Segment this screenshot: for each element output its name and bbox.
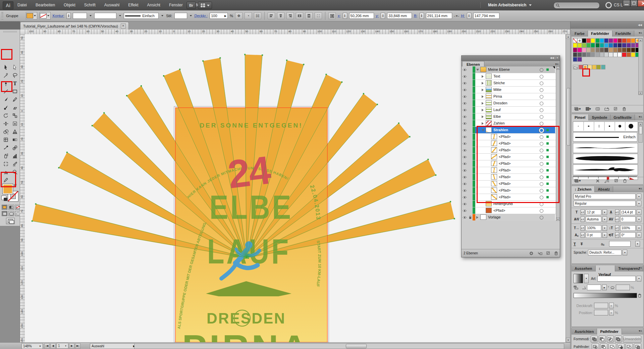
layer-row-vorlage[interactable]: Vorlage — [462, 214, 559, 221]
collapse-panel-icon[interactable]: ◀◀ — [550, 56, 554, 59]
new-color-group-icon[interactable] — [604, 107, 609, 111]
swatch-libraries-icon[interactable]: ▾ — [574, 107, 581, 111]
layer-name[interactable]: Vorlage — [488, 215, 500, 219]
layer-thumbnail[interactable] — [491, 147, 497, 153]
stroke-weight-stepper[interactable]: ▲▼ — [66, 13, 71, 19]
prev-artboard-button[interactable]: ◀ — [50, 343, 56, 349]
visibility-eye-icon[interactable] — [462, 187, 468, 194]
lock-cell[interactable] — [468, 127, 473, 133]
default-fill-stroke-icon[interactable] — [1, 196, 6, 200]
selection-indicator[interactable] — [546, 183, 549, 185]
swatch[interactable] — [586, 38, 591, 43]
selection-indicator[interactable] — [546, 129, 549, 131]
menu-schrift[interactable]: Schrift — [84, 3, 96, 7]
swatch[interactable] — [579, 65, 583, 69]
vertical-scrollbar[interactable]: ▲ ▼ — [566, 34, 570, 342]
layer-name[interactable]: Text — [493, 74, 500, 78]
visibility-eye-icon[interactable] — [462, 73, 468, 80]
visibility-eye-icon[interactable] — [462, 147, 468, 153]
rotate-tool[interactable] — [1, 111, 10, 119]
stroke-weight-field[interactable] — [73, 13, 87, 19]
trash-icon[interactable] — [623, 107, 626, 111]
layer-name[interactable]: Striche — [493, 81, 505, 85]
layer-thumbnail[interactable] — [486, 94, 492, 99]
close-tab-icon[interactable]: ✕ — [121, 23, 126, 29]
gradient-button[interactable] — [8, 205, 14, 210]
draw-normal-button[interactable] — [2, 211, 7, 216]
target-circle-icon[interactable] — [540, 68, 543, 72]
layer-name[interactable]: <Pfad> — [499, 135, 511, 139]
target-circle-icon[interactable] — [540, 102, 543, 105]
rectangle-tool[interactable] — [10, 87, 19, 95]
scroll-thumb[interactable] — [346, 344, 367, 348]
swatch[interactable] — [604, 38, 608, 43]
menu-ansicht[interactable]: Ansicht — [147, 3, 160, 7]
line-segment-tool[interactable] — [1, 87, 10, 95]
chevron-down-icon[interactable]: ▼ — [637, 201, 641, 206]
swatch[interactable] — [627, 38, 631, 43]
menu-objekt[interactable]: Objekt — [64, 3, 75, 7]
menu-datei[interactable]: Datei — [17, 3, 27, 7]
calligraphic-brushes[interactable] — [573, 121, 638, 132]
layer-thumbnail[interactable] — [480, 67, 486, 72]
swatch[interactable] — [627, 52, 631, 57]
layer-row-pfad[interactable]: <Pfad> — [462, 181, 559, 187]
visibility-eye-icon[interactable] — [462, 174, 468, 180]
vertical-scale-field[interactable]: 100% — [620, 225, 636, 231]
lock-cell[interactable] — [468, 187, 473, 194]
new-brush-icon[interactable] — [614, 179, 619, 183]
target-circle-icon[interactable] — [540, 129, 543, 132]
width-field[interactable]: 291,114 mm — [426, 13, 452, 19]
reverse-gradient-icon[interactable] — [574, 286, 578, 290]
selection-indicator[interactable] — [546, 196, 549, 198]
swatch[interactable] — [622, 52, 626, 57]
artboard-tool[interactable] — [1, 160, 10, 168]
scale-tool[interactable] — [10, 111, 19, 119]
swatch[interactable] — [613, 52, 618, 57]
layer-row-dresden[interactable]: Dresden — [462, 100, 559, 107]
swatch[interactable] — [613, 48, 618, 52]
swatch[interactable] — [592, 65, 596, 69]
panel-grip[interactable] — [1, 12, 3, 19]
swatch[interactable] — [582, 43, 586, 48]
layers-scrollbar[interactable]: ▲ ▼ — [556, 66, 560, 221]
horizontal-ruler[interactable]: 1009080706050403020100102030405060708090… — [20, 30, 570, 35]
lock-cell[interactable] — [468, 201, 473, 207]
target-circle-icon[interactable] — [540, 196, 543, 199]
artboard-number-field[interactable]: 1▼ — [56, 343, 68, 349]
disclosure-closed-icon[interactable] — [482, 115, 484, 118]
width-label[interactable]: B: — [414, 14, 417, 18]
swatch[interactable] — [596, 65, 601, 69]
gradient-tool[interactable] — [10, 136, 19, 144]
isolate-icon[interactable]: 回 — [254, 12, 261, 19]
horizontal-scrollbar[interactable] — [134, 343, 564, 349]
tab-pathfinder[interactable]: Pathfinder — [597, 329, 622, 335]
layer-thumbnail[interactable] — [491, 194, 497, 200]
layer-row-content[interactable]: <Pfad> — [475, 160, 555, 167]
menu-fenster[interactable]: Fenster — [169, 3, 183, 7]
zoom-level-dropdown[interactable]: 148%▼ — [21, 343, 43, 349]
target-circle-icon[interactable] — [540, 108, 543, 112]
leading-field[interactable]: (14,4 pt — [620, 209, 636, 215]
color-button[interactable] — [2, 205, 7, 210]
layer-row-pfad[interactable]: <Pfad> — [462, 194, 559, 201]
y-stepper[interactable]: ▲▼ — [381, 13, 385, 19]
layer-row-content[interactable]: <Pfad> — [475, 134, 555, 140]
minus-front-button[interactable] — [599, 336, 606, 343]
kerning-field[interactable]: Automa — [586, 216, 601, 222]
selection-indicator[interactable] — [546, 162, 549, 165]
layer-thumbnail[interactable] — [491, 141, 497, 146]
swatch[interactable] — [622, 48, 626, 52]
swatch[interactable] — [577, 43, 582, 48]
layer-name[interactable]: <Pfad> — [499, 155, 511, 159]
lasso-tool[interactable] — [10, 71, 19, 79]
fill-color-dropdown[interactable] — [26, 12, 37, 19]
swatch-options-icon[interactable] — [596, 107, 600, 111]
brush-options-icon[interactable] — [604, 179, 610, 183]
lock-cell[interactable] — [468, 80, 473, 86]
visibility-eye-icon[interactable] — [462, 127, 468, 133]
lock-cell[interactable] — [468, 100, 473, 106]
divide-button[interactable] — [592, 343, 599, 349]
tapered-brush[interactable] — [573, 154, 638, 164]
layer-row-content[interactable]: <Pfad> — [475, 194, 555, 200]
